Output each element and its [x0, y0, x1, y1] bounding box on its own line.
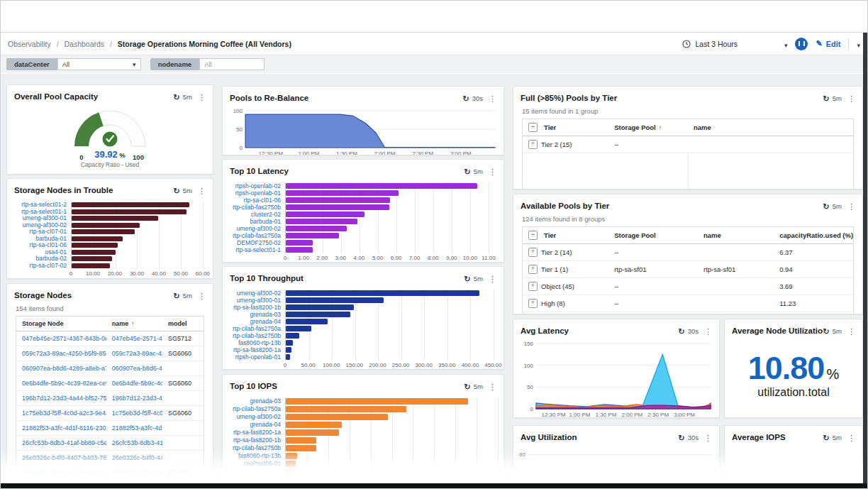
bar[interactable] [286, 233, 339, 238]
category-link[interactable] [226, 468, 285, 476]
table-row[interactable]: +Tier 1 (1)rtp-sa-sf01rtp-sa-sf010.94 [523, 261, 853, 278]
refresh-interval[interactable]: 5m [833, 94, 842, 102]
bar[interactable] [286, 333, 299, 339]
bar[interactable] [286, 211, 365, 217]
table-row[interactable]: 26e0326c-b4f0-4407-b403-784fa6a76cad26e0… [16, 451, 204, 466]
bar[interactable] [286, 468, 293, 475]
table-cell[interactable]: 21882f53-a3fc-4d1f-8116-23035e6b74bc [16, 421, 106, 435]
expand-group-icon[interactable]: + [528, 282, 538, 291]
table-row[interactable]: 196b7d12-23d3-4a44-bf52-756d9ad58...196b… [16, 391, 204, 406]
category-link[interactable]: cluster2-02 [226, 211, 285, 218]
table-cell[interactable]: 047eb45e-2571-436 [106, 331, 162, 346]
table-cell[interactable]: 287d050c-7bc8-4597-adce-68e3a1087... [16, 466, 106, 480]
bar[interactable] [72, 216, 158, 221]
table-row[interactable]: +Tier 2 (14)--6.37 [523, 244, 853, 261]
bar[interactable] [286, 183, 477, 189]
bar[interactable] [286, 290, 479, 296]
column-header[interactable]: Storage Pool [608, 227, 698, 243]
bar[interactable] [286, 226, 347, 231]
category-link[interactable]: umeng-af300-01 [10, 215, 71, 222]
filter-datacenter-select[interactable]: All [57, 58, 141, 70]
table-cell[interactable]: 1c75eb3d-f5ff-4c0d-a2c3-9e43848c297f [16, 406, 106, 420]
refresh-icon[interactable] [464, 272, 471, 285]
bar[interactable] [286, 461, 296, 467]
refresh-icon[interactable] [678, 431, 684, 444]
refresh-interval[interactable]: 5m [474, 383, 483, 390]
category-link[interactable]: rtp-cilab-fas2750a [226, 325, 285, 332]
refresh-interval[interactable]: 5m [474, 275, 483, 282]
category-link[interactable]: cvoProd06-01 [226, 460, 285, 468]
bar[interactable] [72, 202, 189, 207]
kebab-menu-icon[interactable] [489, 380, 496, 392]
bar[interactable] [286, 429, 339, 436]
category-link[interactable]: rtp-sa-fas8200-1b [226, 304, 285, 311]
category-link[interactable]: rtp-sa-cl07-01 [10, 229, 71, 236]
table-cell[interactable]: 196b7d12-23d3-4a4 [106, 391, 162, 405]
refresh-icon[interactable] [823, 324, 830, 337]
edit-button[interactable]: Edit [816, 39, 840, 48]
expand-group-icon[interactable]: + [528, 140, 538, 149]
column-header[interactable]: −Tier [523, 119, 608, 136]
kebab-menu-icon[interactable] [489, 272, 496, 285]
category-link[interactable]: rtp-cilab-fas2750b [226, 444, 285, 452]
sort-asc-icon[interactable]: ↑ [659, 124, 662, 131]
refresh-interval[interactable]: 5m [833, 434, 842, 441]
bar[interactable] [72, 209, 187, 214]
bar[interactable] [72, 243, 118, 248]
breadcrumb-observability[interactable]: Observability [8, 40, 51, 48]
refresh-interval[interactable]: 30s [688, 434, 699, 441]
bar[interactable] [72, 250, 116, 255]
column-header[interactable]: capacityRatio.used (%) [774, 227, 853, 243]
pause-button[interactable] [795, 38, 808, 50]
refresh-interval[interactable]: 5m [183, 93, 192, 101]
bar[interactable] [286, 197, 390, 203]
column-header[interactable]: Storage Node [16, 317, 106, 331]
kebab-menu-icon[interactable] [847, 324, 855, 337]
refresh-icon[interactable] [174, 184, 180, 197]
refresh-icon[interactable] [174, 289, 180, 302]
category-link[interactable]: grenada-03 [226, 397, 285, 405]
table-cell[interactable]: 26e0326c-b4f0-4407 [106, 451, 162, 465]
category-link[interactable]: rtp-cilab-fas2750a [226, 405, 285, 413]
bar[interactable] [72, 263, 110, 268]
bar[interactable] [286, 437, 316, 444]
bar[interactable] [286, 326, 311, 331]
expand-group-icon[interactable]: + [528, 248, 538, 257]
table-cell[interactable]: 060907ea-b8d6-4289-a8eb-a761dd4e2... [16, 361, 106, 375]
bar[interactable] [286, 304, 354, 310]
bar[interactable] [72, 236, 123, 241]
table-row[interactable]: +Cloud (12)--6.42 [523, 312, 853, 314]
category-link[interactable]: rtpsh-openlab-01 [226, 353, 285, 361]
bar[interactable] [72, 223, 140, 228]
category-link[interactable]: umeng-af300-02 [226, 290, 285, 297]
category-link[interactable]: rtpsh-openlab-01 [226, 189, 285, 197]
category-link[interactable]: rtp-sa-cl01-06 [226, 197, 285, 204]
category-link[interactable]: fas8060-rtp-13b [226, 452, 285, 460]
more-actions-chevron-icon[interactable] [857, 38, 860, 50]
bar[interactable] [286, 406, 406, 412]
category-link[interactable]: rtp-sa-select01-1 [10, 209, 71, 216]
bar[interactable] [286, 240, 313, 246]
kebab-menu-icon[interactable] [847, 92, 855, 104]
category-link[interactable]: rtp-sa-select01-2 [10, 202, 71, 209]
table-row[interactable]: 26cfc53b-8db3-41af-bb89-c5e687b9e0...26c… [16, 436, 204, 451]
table-row[interactable]: 1c75eb3d-f5ff-4c0d-a2c3-9e43848c297f1c75… [16, 406, 204, 421]
kebab-menu-icon[interactable] [198, 184, 206, 197]
category-link[interactable]: grenada-04 [226, 318, 285, 325]
table-cell[interactable]: 287d050c-7bc8-459 [106, 466, 162, 480]
category-link[interactable]: rtp-sa-fas8200-1b [226, 436, 285, 444]
bar[interactable] [286, 312, 350, 317]
collapse-all-icon[interactable]: − [528, 231, 538, 240]
kebab-menu-icon[interactable] [489, 165, 496, 177]
refresh-interval[interactable]: 5m [183, 187, 192, 194]
kebab-menu-icon[interactable] [847, 431, 855, 444]
bar[interactable] [286, 340, 293, 346]
table-cell[interactable]: 26cfc53b-8db3-41af-bb89-c5e687b9e0... [16, 436, 106, 450]
table-cell[interactable]: 1c75eb3d-f5ff-4c0d [106, 406, 162, 420]
column-header[interactable]: name↑ [106, 317, 162, 331]
category-link[interactable]: rtp-sa-fas8200-1a [226, 346, 285, 353]
table-cell[interactable]: 059c72a3-89ac-425 [106, 346, 162, 361]
refresh-icon[interactable] [174, 90, 180, 103]
table-cell[interactable]: 047eb45e-2571-4367-843b-0e8bad58f... [16, 331, 106, 346]
table-row[interactable]: 0e6b4dfe-5b9c-4c39-82ea-ce9f59f107240e6b… [16, 376, 204, 391]
